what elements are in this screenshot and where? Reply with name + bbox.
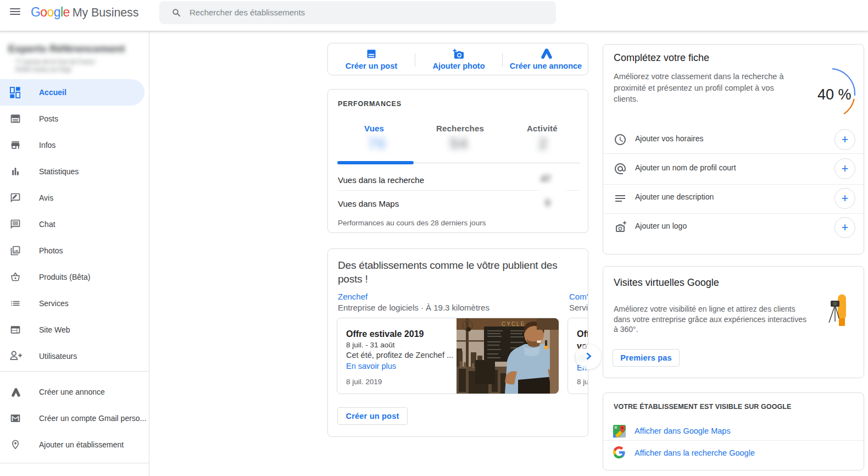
svg-text:CYCLE: CYCLE <box>502 321 525 327</box>
svg-text:G: G <box>615 426 617 429</box>
